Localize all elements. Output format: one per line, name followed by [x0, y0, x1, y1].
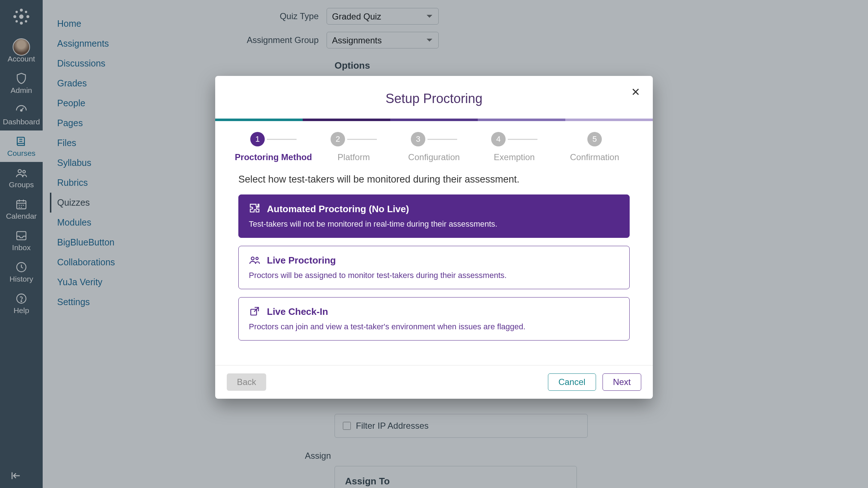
svg-point-17: [251, 257, 254, 260]
cancel-button[interactable]: Cancel: [548, 373, 596, 391]
setup-proctoring-modal: Setup Proctoring ✕ 1 Proctoring Method 2…: [215, 76, 653, 399]
users-icon: [249, 254, 261, 266]
step-proctoring-method[interactable]: 1 Proctoring Method: [233, 132, 314, 162]
option-automated-proctoring[interactable]: Automated Proctoring (No Live) Test-take…: [238, 194, 630, 238]
svg-point-18: [256, 257, 258, 260]
modal-progress-bar: [215, 119, 653, 121]
next-button[interactable]: Next: [603, 373, 641, 391]
step-exemption[interactable]: 4 Exemption: [474, 132, 554, 162]
modal-instructions: Select how test-takers will be monitored…: [238, 174, 630, 185]
step-configuration[interactable]: 3 Configuration: [394, 132, 474, 162]
back-button[interactable]: Back: [227, 373, 266, 391]
modal-title: Setup Proctoring: [215, 91, 653, 106]
option-live-checkin[interactable]: Live Check-In Proctors can join and view…: [238, 297, 630, 341]
stepper: 1 Proctoring Method 2 Platform 3 Configu…: [215, 121, 653, 169]
popout-icon: [249, 305, 261, 318]
option-live-proctoring[interactable]: Live Proctoring Proctors will be assigne…: [238, 246, 630, 289]
step-platform[interactable]: 2 Platform: [314, 132, 394, 162]
puzzle-icon: [249, 203, 261, 215]
close-icon[interactable]: ✕: [629, 85, 642, 98]
step-confirmation[interactable]: 5 Confirmation: [554, 132, 635, 162]
